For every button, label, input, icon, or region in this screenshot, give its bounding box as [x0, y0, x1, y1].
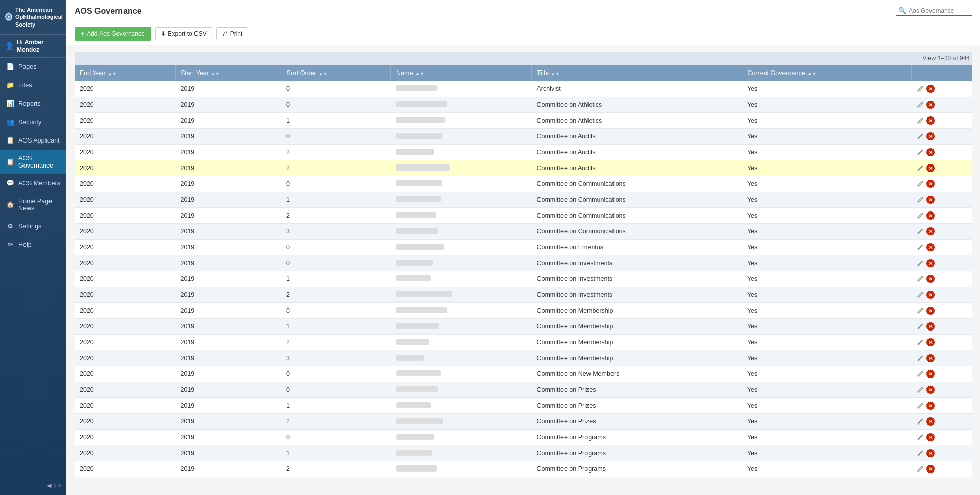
delete-button[interactable]: ✕ [926, 211, 935, 220]
delete-button[interactable]: ✕ [926, 275, 935, 283]
edit-button[interactable] [916, 132, 924, 140]
export-label: Export to CSV [168, 30, 207, 37]
delete-button[interactable]: ✕ [926, 322, 935, 331]
cell-sort-order: 1 [281, 113, 391, 129]
delete-button[interactable]: ✕ [926, 370, 935, 378]
delete-button[interactable]: ✕ [926, 307, 935, 315]
delete-button[interactable]: ✕ [926, 354, 935, 362]
sidebar-item-reports[interactable]: 📊 Reports [0, 95, 66, 113]
col-header-end-year[interactable]: End Year▲▼ [75, 65, 176, 81]
col-header-current-governance[interactable]: Current Governance▲▼ [742, 65, 911, 81]
sidebar-item-pages[interactable]: 📄 Pages [0, 58, 66, 76]
add-governance-button[interactable]: + Add Aos Governance [75, 27, 151, 41]
delete-button[interactable]: ✕ [926, 196, 935, 204]
cell-title: Committee on Audits [531, 160, 742, 176]
edit-button[interactable] [916, 291, 924, 299]
delete-button[interactable]: ✕ [926, 449, 935, 457]
sidebar-item-help[interactable]: ✏ Help [0, 235, 66, 254]
sidebar-item-files[interactable]: 📁 Files [0, 76, 66, 95]
delete-button[interactable]: ✕ [926, 164, 935, 172]
edit-button[interactable] [916, 180, 924, 188]
delete-button[interactable]: ✕ [926, 132, 935, 140]
edit-button[interactable] [916, 148, 924, 156]
delete-button[interactable]: ✕ [926, 243, 935, 251]
sidebar-item-home-page-news[interactable]: 🏠 Home Page News [0, 193, 66, 217]
edit-button[interactable] [916, 243, 924, 251]
delete-button[interactable]: ✕ [926, 259, 935, 267]
edit-button[interactable] [916, 101, 924, 109]
edit-button[interactable] [916, 465, 924, 473]
edit-button[interactable] [916, 449, 924, 457]
sidebar-item-aos-members[interactable]: 💬 AOS Members [0, 174, 66, 193]
cell-current-governance: Yes [742, 366, 911, 382]
cell-actions: ✕ [911, 160, 972, 176]
delete-button[interactable]: ✕ [926, 101, 935, 109]
cell-end-year: 2020 [75, 129, 176, 145]
delete-button[interactable]: ✕ [926, 85, 935, 93]
edit-button[interactable] [916, 116, 924, 125]
cell-actions: ✕ [911, 303, 972, 319]
edit-button[interactable] [916, 85, 924, 93]
search-input[interactable] [909, 7, 970, 14]
sidebar-item-aos-applicant[interactable]: 📋 AOS Applicant [0, 131, 66, 150]
edit-button[interactable] [916, 307, 924, 315]
cell-start-year: 2019 [176, 398, 281, 414]
edit-button[interactable] [916, 275, 924, 283]
edit-button[interactable] [916, 402, 924, 410]
table-row: 2020 2019 1 Committee on Programs Yes ✕ [75, 445, 972, 461]
sidebar-collapse-button[interactable]: ◀ ○ ○ [0, 479, 66, 492]
cell-end-year: 2020 [75, 208, 176, 224]
delete-button[interactable]: ✕ [926, 465, 935, 473]
cell-end-year: 2020 [75, 97, 176, 113]
delete-button[interactable]: ✕ [926, 180, 935, 188]
delete-button[interactable]: ✕ [926, 148, 935, 156]
edit-button[interactable] [916, 227, 924, 235]
edit-button[interactable] [916, 417, 924, 426]
edit-button[interactable] [916, 164, 924, 172]
edit-button[interactable] [916, 211, 924, 220]
export-csv-button[interactable]: ⬇ Export to CSV [155, 27, 212, 40]
col-header-name[interactable]: Name▲▼ [391, 65, 532, 81]
cell-current-governance: Yes [742, 81, 911, 97]
edit-button[interactable] [916, 433, 924, 441]
delete-button[interactable]: ✕ [926, 386, 935, 394]
delete-button[interactable]: ✕ [926, 417, 935, 426]
aos-members-icon: 💬 [6, 179, 14, 187]
cell-title: Committee on Investments [531, 287, 742, 303]
main-content: AOS Governance 🔍 + Add Aos Governance ⬇ … [66, 0, 980, 495]
table-header-row: End Year▲▼Start Year▲▼Sort Order▲▼Name▲▼… [75, 65, 972, 81]
sidebar-item-security[interactable]: 👥 Security [0, 113, 66, 131]
edit-button[interactable] [916, 322, 924, 331]
edit-button[interactable] [916, 259, 924, 267]
cell-actions: ✕ [911, 445, 972, 461]
delete-button[interactable]: ✕ [926, 116, 935, 125]
delete-button[interactable]: ✕ [926, 291, 935, 299]
sort-arrows-0: ▲▼ [108, 71, 117, 76]
delete-button[interactable]: ✕ [926, 338, 935, 346]
table-row: 2020 2019 2 Committee on Audits Yes ✕ [75, 160, 972, 176]
edit-button[interactable] [916, 338, 924, 346]
sidebar-item-settings[interactable]: ⚙ Settings [0, 217, 66, 235]
pagination-info: View 1–30 of 944 [75, 52, 972, 65]
edit-button[interactable] [916, 196, 924, 204]
col-header-start-year[interactable]: Start Year▲▼ [176, 65, 281, 81]
sidebar-user[interactable]: 👤 Hi Amber Mendez [0, 35, 66, 58]
edit-button[interactable] [916, 386, 924, 394]
cell-start-year: 2019 [176, 129, 281, 145]
delete-button[interactable]: ✕ [926, 402, 935, 410]
cell-end-year: 2020 [75, 287, 176, 303]
delete-button[interactable]: ✕ [926, 433, 935, 441]
delete-button[interactable]: ✕ [926, 227, 935, 235]
edit-button[interactable] [916, 370, 924, 378]
print-button[interactable]: 🖨 Print [216, 27, 249, 40]
cell-name [391, 350, 532, 366]
cell-title: Committee on Programs [531, 430, 742, 445]
cell-start-year: 2019 [176, 224, 281, 240]
action-bar: + Add Aos Governance ⬇ Export to CSV 🖨 P… [66, 22, 980, 45]
sidebar-item-aos-governance[interactable]: 📋 AOS Governance [0, 150, 66, 174]
col-header-sort-order[interactable]: Sort Order▲▼ [281, 65, 391, 81]
cell-title: Committee on Communications [531, 192, 742, 208]
col-header-title[interactable]: Title▲▼ [531, 65, 742, 81]
edit-button[interactable] [916, 354, 924, 362]
cell-start-year: 2019 [176, 208, 281, 224]
